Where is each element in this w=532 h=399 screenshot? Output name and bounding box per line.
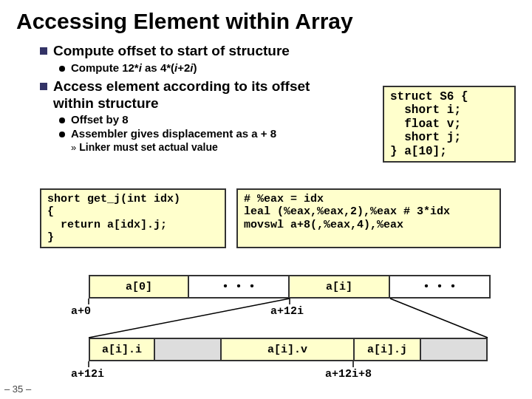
- bullet-1-sub-1-text: Compute 12*i as 4*(i+2i): [71, 61, 197, 74]
- bullet-2-sub-2-sub-text: Linker must set actual value: [79, 141, 218, 153]
- array-cell-ellipsis: • • •: [189, 275, 290, 299]
- slide-title: Accessing Element within Array: [0, 0, 532, 37]
- disc-bullet-icon: [59, 117, 65, 123]
- bullet-1: Compute offset to start of structure: [40, 43, 519, 60]
- c-code-box: short get_j(int idx) { return a[idx].j; …: [40, 188, 226, 248]
- array-cell-0: a[0]: [89, 275, 189, 299]
- array-cell-ellipsis: • • •: [390, 275, 491, 299]
- field-cell-pad: [421, 338, 488, 361]
- bullet-2-sub-2-text: Assembler gives displacement as a + 8: [71, 127, 276, 140]
- slide-number: – 35 –: [4, 383, 31, 395]
- field-cell-pad: [155, 338, 222, 361]
- pointer-label-a12i-b: a+12i: [71, 368, 104, 381]
- square-bullet-icon: [40, 83, 47, 90]
- svg-line-2: [89, 299, 290, 338]
- bullet-2-sub-1-text: Offset by 8: [71, 113, 129, 126]
- pointer-label-a12i: a+12i: [270, 305, 304, 318]
- svg-line-3: [390, 299, 488, 338]
- field-cell-v: a[i].v: [222, 338, 355, 361]
- disc-bullet-icon: [59, 66, 65, 72]
- struct-field-diagram: a[i].i a[i].v a[i].j: [89, 338, 491, 361]
- code-row: short get_j(int idx) { return a[idx].j; …: [40, 188, 501, 248]
- field-cell-j: a[i].j: [355, 338, 421, 361]
- square-bullet-icon: [40, 47, 47, 55]
- bullet-2: Access element according to its offset w…: [40, 78, 347, 112]
- array-diagram: a[0] • • • a[i] • • •: [89, 275, 491, 299]
- pointer-label-a0: a+0: [71, 305, 91, 318]
- arrow-bullet-icon: »: [71, 142, 76, 153]
- disc-bullet-icon: [59, 132, 65, 137]
- pointer-label-a12i8: a+12i+8: [325, 368, 372, 381]
- bullet-2-text: Access element according to its offset w…: [53, 78, 347, 112]
- asm-code-box: # %eax = idx leal (%eax,%eax,2),%eax # 3…: [236, 188, 501, 248]
- field-cell-i: a[i].i: [89, 338, 155, 361]
- bullet-1-sub-1: Compute 12*i as 4*(i+2i): [59, 61, 519, 74]
- array-cell-i: a[i]: [290, 275, 390, 299]
- bullet-1-text: Compute offset to start of structure: [53, 43, 290, 60]
- struct-code-box: struct S6 { short i; float v; short j; }…: [383, 86, 516, 163]
